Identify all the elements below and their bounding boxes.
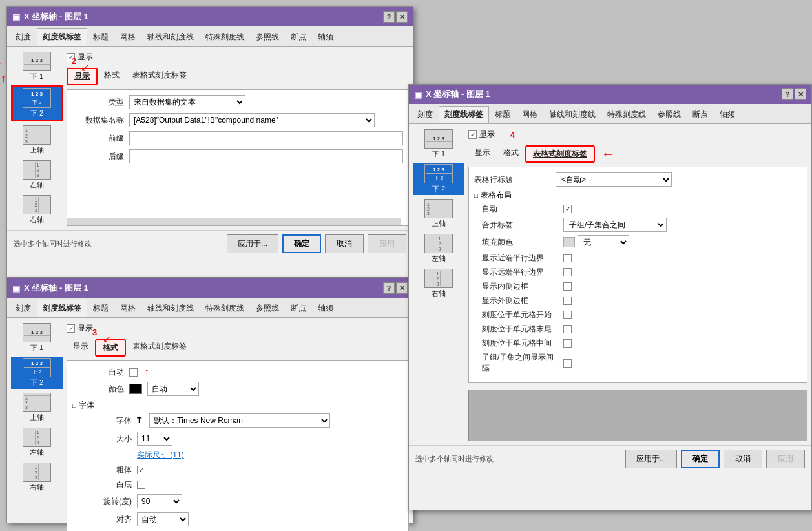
table-row-title-select[interactable]: <自动> [556, 172, 672, 187]
tab-ticklabel-1[interactable]: 刻度线标签 [37, 28, 87, 46]
merge-select[interactable]: 子组/子集合之间 [563, 218, 667, 232]
axis-item-3-down1[interactable]: 1 2 3 下 1 [413, 128, 464, 160]
tab-minor-1[interactable]: 轴须 [312, 28, 339, 46]
axis-item-left[interactable]: 1 2 3 左轴 [11, 159, 63, 191]
type-select[interactable]: 来自数据集的文本 [129, 95, 245, 109]
tab-title-2[interactable]: 标题 [87, 300, 114, 317]
axis-item-down2[interactable]: 1 2 3 下 2 下 2 [11, 85, 63, 121]
outer-border-checkbox[interactable] [563, 297, 572, 305]
sub-tab-show-3[interactable]: 显示 [468, 145, 497, 163]
tab-ref-1[interactable]: 参照线 [250, 28, 285, 46]
tab-ticklabel-2[interactable]: 刻度线标签 [37, 300, 87, 317]
tab-axisline-1[interactable]: 轴线和刻度线 [141, 28, 200, 46]
axis-item-down1[interactable]: 1 2 3 下 1 [11, 50, 63, 83]
tab-scale-2[interactable]: 刻度 [10, 300, 37, 317]
dialog-3[interactable]: ▣ X 坐标轴 - 图层 1 ? ✕ 刻度 刻度线标签 标题 网格 轴线和刻度线… [408, 84, 812, 510]
tab-title-3[interactable]: 标题 [489, 106, 516, 123]
hscrollbar-1[interactable] [67, 218, 401, 225]
sub-tab-format-1[interactable]: 格式 [98, 68, 126, 85]
axis-item-2-down1[interactable]: 1 2 3 下 1 [11, 322, 63, 354]
dialog-2[interactable]: ▣ X 坐标轴 - 图层 1 ? ✕ 刻度 刻度线标签 标题 网格 轴线和刻度线… [6, 278, 413, 523]
gray-placeholder [468, 390, 807, 441]
axis-item-2-right[interactable]: 123 右轴 [11, 461, 63, 494]
actual-size-link[interactable]: 实际尺寸 (11) [137, 450, 184, 461]
tab-special-3[interactable]: 特殊刻度线 [601, 106, 652, 123]
sub-tab-format-3[interactable]: 格式 [497, 145, 525, 163]
whitebg-checkbox[interactable] [137, 481, 145, 489]
subgroup-gap-checkbox[interactable] [563, 359, 572, 368]
tab-grid-1[interactable]: 网格 [114, 28, 141, 46]
axis-item-2-down2[interactable]: 1 2 3 下 2 下 2 [11, 357, 63, 389]
ok-btn-1[interactable]: 确定 [282, 234, 321, 253]
footer-buttons-3: 应用于... 确定 取消 应用 [625, 450, 805, 468]
axis-panel-2: 1 2 3 下 1 1 2 3 下 2 下 2 123 [11, 322, 63, 531]
axis-item-right[interactable]: 1 2 3 右轴 [11, 194, 63, 226]
rotate-select[interactable]: 90 [137, 494, 182, 508]
tab-axisline-2[interactable]: 轴线和刻度线 [141, 300, 200, 317]
size-select[interactable]: 11 [137, 432, 172, 446]
suffix-input[interactable] [129, 149, 403, 163]
color-select[interactable]: 自动 [147, 382, 199, 396]
tab-axisline-3[interactable]: 轴线和刻度线 [543, 106, 601, 123]
apply-to-btn-1[interactable]: 应用于... [227, 234, 278, 253]
sub-tab-show-2[interactable]: 显示 [67, 339, 95, 357]
prefix-input[interactable] [129, 131, 403, 145]
tab-special-2[interactable]: 特殊刻度线 [200, 300, 250, 317]
axis-item-3-up[interactable]: 123 上轴 [413, 198, 464, 230]
close-btn-3[interactable]: ✕ [795, 88, 806, 100]
tab-ref-2[interactable]: 参照线 [250, 300, 285, 317]
close-btn-2[interactable]: ✕ [396, 282, 408, 294]
close-btn-1[interactable]: ✕ [396, 11, 408, 23]
cancel-btn-3[interactable]: 取消 [724, 450, 762, 468]
form-row-auto: 自动 ↑ [72, 366, 403, 378]
help-btn-2[interactable]: ? [383, 282, 395, 294]
sub-tab-table-3[interactable]: 表格式刻度标签 [525, 145, 595, 163]
far-parallel-checkbox[interactable] [563, 268, 572, 276]
tab-grid-3[interactable]: 网格 [516, 106, 543, 123]
auto-checkbox[interactable] [129, 368, 138, 377]
tab-minor-2[interactable]: 轴须 [312, 300, 339, 317]
axis-item-2-up[interactable]: 123 上轴 [11, 391, 63, 424]
sub-tab-table-1[interactable]: 表格式刻度标签 [126, 68, 193, 85]
inner-border-checkbox[interactable] [563, 282, 572, 291]
help-btn-1[interactable]: ? [383, 11, 395, 23]
tab-ref-3[interactable]: 参照线 [652, 106, 687, 123]
dialog-body-1: 1 2 3 下 1 1 2 3 下 2 下 2 1 [7, 47, 413, 230]
apply-to-btn-3[interactable]: 应用于... [625, 450, 677, 468]
tab-minor-3[interactable]: 轴须 [714, 106, 741, 123]
font-select[interactable]: 默认：Times New Roman [149, 413, 330, 428]
dataset-select[interactable]: [A528]"Output Data1"!B"compound name" [129, 113, 375, 127]
dialog-1[interactable]: ▣ X 坐标轴 - 图层 1 ? ✕ 刻度 刻度线标签 标题 网格 轴线和刻度线… [6, 6, 413, 278]
tab-special-1[interactable]: 特殊刻度线 [200, 28, 250, 46]
tab-break-2[interactable]: 断点 [285, 300, 312, 317]
tick-start-checkbox[interactable] [563, 311, 572, 319]
axis-item-3-right[interactable]: 123 右轴 [413, 267, 464, 300]
tick-mid-checkbox[interactable] [563, 339, 572, 348]
tab-scale-3[interactable]: 刻度 [411, 106, 439, 123]
sub-tab-table-2[interactable]: 表格式刻度标签 [126, 339, 193, 357]
tick-end-checkbox[interactable] [563, 325, 572, 333]
tab-grid-2[interactable]: 网格 [114, 300, 141, 317]
tab-break-1[interactable]: 断点 [285, 28, 312, 46]
axis-item-2-left[interactable]: 123 左轴 [11, 426, 63, 459]
tab-title-1[interactable]: 标题 [87, 28, 114, 46]
show-checkbox-3[interactable] [468, 130, 477, 139]
apply-btn-1[interactable]: 应用 [368, 234, 406, 253]
fill-color-select[interactable]: 无 [578, 235, 629, 249]
dialog-title-2: X 坐标轴 - 图层 1 [24, 282, 88, 294]
axis-item-3-down2[interactable]: 1 2 3 下 2 下 2 [413, 163, 464, 195]
align-select[interactable]: 自动 [137, 512, 189, 526]
tab-break-3[interactable]: 断点 [687, 106, 714, 123]
near-parallel-checkbox[interactable] [563, 254, 572, 262]
bold-checkbox[interactable] [137, 466, 145, 474]
table-auto-checkbox[interactable] [563, 205, 572, 213]
show-checkbox-2[interactable] [67, 324, 75, 333]
apply-btn-3[interactable]: 应用 [766, 450, 805, 468]
help-btn-3[interactable]: ? [782, 88, 793, 100]
cancel-btn-1[interactable]: 取消 [325, 234, 364, 253]
tab-scale-1[interactable]: 刻度 [10, 28, 37, 46]
ok-btn-3[interactable]: 确定 [681, 450, 720, 468]
tab-ticklabel-3[interactable]: 刻度线标签 [439, 106, 489, 123]
axis-item-3-left[interactable]: 123 左轴 [413, 233, 464, 265]
axis-item-up[interactable]: 1 2 3 上轴 [11, 124, 63, 156]
